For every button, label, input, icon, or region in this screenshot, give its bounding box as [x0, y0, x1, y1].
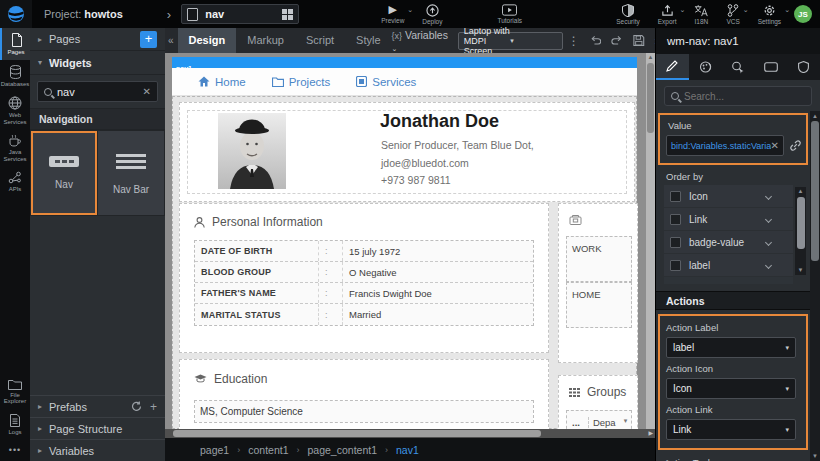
scroll-down-icon[interactable]: ▼ [810, 451, 820, 461]
wavemaker-logo-icon[interactable] [0, 0, 32, 28]
order-by-scroll-thumb[interactable] [797, 197, 805, 249]
widget-tile-nav[interactable]: Nav [31, 131, 97, 215]
widget-tile-nav-bar[interactable]: Nav Bar [98, 131, 164, 215]
add-page-button[interactable]: + [140, 31, 157, 48]
education-panel[interactable]: Education MS, Computer Science [179, 359, 549, 429]
scroll-up-icon[interactable]: ▲ [646, 53, 655, 62]
breadcrumb-item-page-content1[interactable]: page_content1 [308, 444, 377, 456]
canvas-page-body[interactable]: Jonathan Doe Senior Producer, Team Blue … [172, 96, 637, 429]
chevron-down-icon[interactable] [765, 215, 772, 222]
contact-home-item[interactable]: HOME [566, 282, 632, 328]
pages-grid-icon[interactable] [282, 9, 293, 20]
tab-style[interactable]: Style [345, 28, 391, 53]
sidebar-item-java-services[interactable]: Java Services [0, 129, 30, 166]
i18n-button[interactable]: I18N [694, 0, 708, 28]
table-row[interactable]: FATHER'S NAME : Francis Dwight Doe [195, 283, 533, 304]
canvas-vertical-scrollbar[interactable]: ▲ [646, 53, 655, 429]
widget-search-field[interactable] [57, 86, 143, 98]
canvas-horizontal-scrollbar[interactable]: ▶ [165, 429, 655, 438]
clear-binding-icon[interactable]: ✕ [771, 140, 779, 151]
personal-information-panel[interactable]: Personal Information DATE OF BIRTH : 15 … [179, 203, 549, 353]
properties-scroll-thumb[interactable] [811, 121, 819, 261]
actions-section-header[interactable]: Actions [656, 291, 820, 310]
selected-widget-bar[interactable]: nav1 [172, 57, 637, 68]
tab-properties[interactable] [656, 54, 689, 80]
order-by-item-badge-value[interactable]: badge-value [664, 231, 793, 253]
tab-device[interactable] [754, 54, 787, 80]
nav-projects-link[interactable]: Projects [272, 76, 331, 88]
action-link-select[interactable]: Link ▾ [666, 419, 796, 440]
checkbox[interactable] [670, 237, 681, 248]
chevron-down-icon[interactable] [765, 238, 772, 245]
add-prefab-icon[interactable]: + [150, 400, 157, 414]
chevron-down-icon[interactable] [765, 192, 772, 199]
checkbox[interactable] [670, 191, 681, 202]
more-menu-icon[interactable]: ••• [0, 439, 30, 461]
more-options-icon[interactable]: ⋮ [568, 34, 580, 48]
prefabs-section-header[interactable]: ▸ Prefabs + [30, 395, 165, 417]
scroll-down-icon[interactable]: ▼ [795, 266, 806, 275]
order-by-item-icon[interactable]: Icon [664, 185, 793, 207]
tab-design[interactable]: Design [178, 28, 237, 53]
undo-icon[interactable] [590, 35, 602, 46]
groups-row[interactable]: ... Depa ▾ [566, 410, 632, 429]
redo-icon[interactable] [611, 35, 623, 46]
device-selector[interactable]: Laptop with MDPI Screen ▾ [458, 32, 563, 50]
vcs-caret-icon[interactable]: ⌄ [743, 6, 749, 14]
checkbox[interactable] [670, 214, 681, 225]
canvas-nav-widget[interactable]: Home Projects Services [172, 68, 637, 96]
widget-search-input[interactable]: ✕ [37, 81, 158, 102]
groups-panel[interactable]: Groups ... Depa ▾ [558, 375, 638, 429]
settings-caret-icon[interactable]: ⌄ [784, 6, 790, 14]
user-avatar[interactable]: JS [794, 5, 812, 23]
nav-home-link[interactable]: Home [198, 76, 246, 88]
profile-panel[interactable]: Jonathan Doe Senior Producer, Team Blue … [179, 102, 635, 202]
properties-scrollbar[interactable]: ▲ ▼ [810, 111, 820, 461]
contact-work-item[interactable]: WORK [566, 236, 632, 282]
page-selector[interactable]: nav [181, 4, 299, 24]
sidebar-item-logs[interactable]: Logs [0, 409, 30, 440]
order-by-scrollbar[interactable]: ▲ ▼ [795, 187, 806, 275]
variables-section-header[interactable]: ▸ Variables [30, 439, 165, 461]
tab-markup[interactable]: Markup [236, 28, 295, 53]
export-button[interactable]: Export [658, 0, 677, 28]
refresh-prefabs-icon[interactable] [131, 401, 142, 412]
scroll-up-icon[interactable]: ▲ [795, 187, 806, 196]
page-structure-section-header[interactable]: ▸ Page Structure [30, 417, 165, 439]
preview-button[interactable]: ▶ Preview [381, 0, 404, 28]
sidebar-item-web-services[interactable]: Web Services [0, 91, 30, 129]
breadcrumb-item-page1[interactable]: page1 [200, 444, 229, 456]
tutorials-button[interactable]: Tutorials [497, 0, 522, 28]
properties-search-input[interactable] [664, 86, 812, 106]
table-row[interactable]: BLOOD GROUP : O Negative [195, 262, 533, 283]
vcs-button[interactable]: VCS [726, 0, 739, 28]
export-caret-icon[interactable]: ⌄ [680, 6, 686, 14]
order-by-item-link[interactable]: Link [664, 208, 793, 230]
sidebar-item-apis[interactable]: APIs [0, 166, 30, 197]
table-row[interactable]: MARITAL STATUS : Married [195, 304, 533, 325]
table-row[interactable]: DATE OF BIRTH : 15 july 1972 [195, 241, 533, 262]
horizontal-scroll-thumb[interactable] [173, 430, 541, 437]
preview-caret-icon[interactable]: ⌄ [407, 6, 413, 14]
variables-menu[interactable]: {x} Variables ⌄ [392, 29, 450, 53]
nav-services-link[interactable]: Services [356, 76, 416, 88]
scroll-up-icon[interactable]: ▲ [810, 111, 820, 121]
clear-search-icon[interactable]: ✕ [143, 86, 151, 97]
action-icon-select[interactable]: Icon ▾ [666, 378, 796, 399]
vertical-scroll-thumb[interactable] [647, 63, 654, 133]
design-canvas[interactable]: nav1 Home Projects Services [165, 53, 655, 429]
breadcrumb-item-content1[interactable]: content1 [248, 444, 288, 456]
breadcrumb-item-nav1[interactable]: nav1 [396, 444, 419, 456]
value-bind-input[interactable]: bind:Variables.staticVariable1.dataSet ✕ [666, 135, 784, 156]
table-row[interactable]: MS, Computer Science [195, 401, 533, 422]
scroll-right-icon[interactable]: ▶ [648, 429, 653, 438]
tab-script[interactable]: Script [295, 28, 345, 53]
sidebar-item-pages[interactable]: Pages [0, 28, 30, 60]
tab-events[interactable] [722, 54, 755, 80]
collapse-left-panel-icon[interactable]: « [165, 35, 178, 46]
tab-security[interactable] [787, 54, 820, 80]
deploy-button[interactable]: Deploy [422, 0, 442, 28]
settings-button[interactable]: Settings [758, 0, 782, 28]
action-label-select[interactable]: label ▾ [666, 337, 796, 358]
checkbox[interactable] [670, 260, 681, 271]
